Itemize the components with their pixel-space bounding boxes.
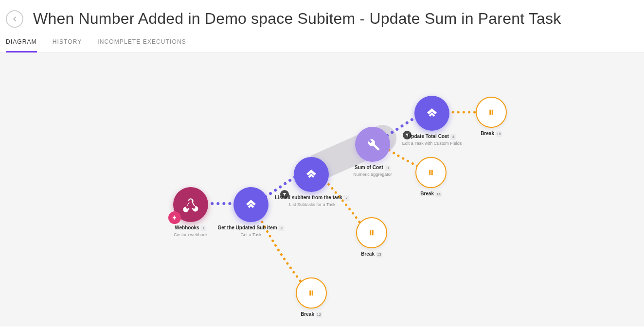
module-label: Break13 (361, 251, 382, 258)
module-list-subitems[interactable] (294, 157, 329, 192)
module-sum-of-cost[interactable] (355, 127, 390, 162)
module-update-total-cost[interactable] (414, 96, 449, 131)
arrow-left-icon (11, 15, 18, 23)
module-break[interactable] (356, 217, 387, 248)
scenario-canvas[interactable]: Webhooks1 Custom webhook Get the Updated… (0, 53, 644, 327)
module-break[interactable] (415, 157, 447, 188)
tab-bar: DIAGRAM HISTORY INCOMPLETE EXECUTIONS (0, 34, 644, 53)
module-label: List all subitem from the task7 List Sub… (275, 195, 349, 207)
tab-history[interactable]: HISTORY (53, 34, 82, 52)
pause-icon (427, 168, 435, 177)
tools-icon (364, 136, 381, 153)
page-title: When Number Added in Demo space Subitem … (33, 10, 561, 28)
clickup-icon (303, 166, 320, 183)
module-label: Webhooks1 Custom webhook (174, 225, 208, 237)
module-label: Get the Updated Sub item2 Get a Task (217, 225, 284, 237)
webhook-icon (182, 196, 199, 213)
module-webhooks[interactable] (173, 187, 208, 222)
pause-icon (307, 289, 316, 297)
back-button[interactable] (6, 10, 23, 28)
clickup-icon (243, 196, 259, 213)
module-label: Break14 (420, 191, 442, 197)
module-label: Update Total Cost4 Edit a Task with Cust… (402, 134, 462, 146)
tab-diagram[interactable]: DIAGRAM (6, 34, 37, 52)
tab-incomplete-executions[interactable]: INCOMPLETE EXECUTIONS (97, 34, 186, 52)
module-get-subitem[interactable] (233, 187, 268, 222)
module-break[interactable] (476, 97, 507, 128)
module-break[interactable] (296, 277, 327, 309)
instant-trigger-icon (168, 211, 181, 224)
pause-icon (367, 228, 376, 237)
module-label: Break12 (301, 311, 322, 318)
clickup-icon (424, 105, 440, 121)
pause-icon (487, 108, 496, 117)
module-label: Sum of Cost8 Numeric aggregator (353, 165, 392, 177)
module-label: Break15 (481, 131, 502, 137)
